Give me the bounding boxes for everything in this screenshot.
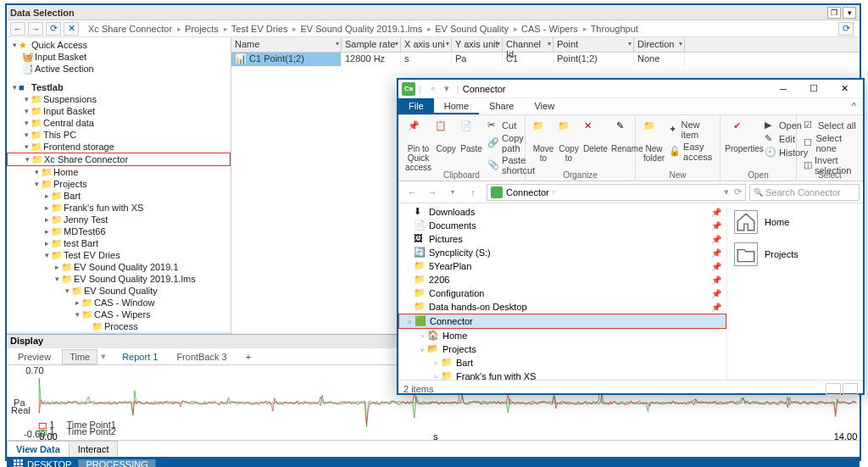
tree-node[interactable]: ▸📁EV Sound Quality 2019.1 <box>7 261 231 273</box>
select-none-button[interactable]: ☐Select none <box>802 132 858 154</box>
address-field[interactable]: Connector › ▾ ⟳ <box>487 184 746 201</box>
close-button[interactable]: ✕ <box>829 81 860 97</box>
display-tab[interactable]: Time <box>62 349 97 364</box>
tree-node[interactable]: ▾📁Input Basket <box>7 105 231 117</box>
explorer-tree-item[interactable]: 📁2206📌 <box>398 273 726 286</box>
delete-button[interactable]: ✕Delete <box>581 119 609 164</box>
new-item-button[interactable]: ✦New item <box>667 119 715 141</box>
icons-view-button[interactable] <box>843 383 858 395</box>
move-to-button[interactable]: 📁Move to <box>531 119 556 164</box>
forward-button[interactable]: → <box>422 184 442 201</box>
qat-button[interactable]: ▫ <box>426 83 440 94</box>
column-header[interactable]: Sample rate▾ <box>342 37 401 52</box>
up-button[interactable]: ↑ <box>463 184 483 201</box>
explorer-tree-item[interactable]: >🏠Home <box>398 329 726 342</box>
quick-access-node[interactable]: ▾★Quick Access <box>7 39 231 51</box>
tree-node[interactable]: ▾📁Central data <box>7 117 231 129</box>
column-header[interactable]: Y axis unit▾ <box>452 37 503 52</box>
explorer-tree-item[interactable]: >📁Frank's fun with XS <box>398 370 726 380</box>
tree-node[interactable]: 🧺Input Basket <box>7 51 231 63</box>
testlab-root[interactable]: ▾■Testlab <box>7 81 231 93</box>
tree-node[interactable]: ▸📁Jenny Test <box>7 214 231 225</box>
breadcrumb-item[interactable]: EV Sound Quality <box>435 24 509 34</box>
tree-node[interactable]: ▾📁Frontend storage <box>7 141 231 153</box>
tree-node[interactable]: ▾📁Test EV Dries <box>7 249 231 261</box>
tree-node[interactable]: ▸📁Bart <box>7 190 231 202</box>
explorer-tree-item[interactable]: 🖼Pictures📌 <box>398 232 726 246</box>
easy-access-button[interactable]: 🔓Easy access <box>667 141 715 163</box>
tree-node[interactable]: 📑Active Section <box>7 63 231 75</box>
breadcrumb-item[interactable]: CAS - Wipers <box>521 24 578 34</box>
restore-button[interactable]: ❐ <box>827 7 841 19</box>
explorer-tree-item[interactable]: 📁Data hands-on Desktop📌 <box>398 300 726 314</box>
tree-node[interactable]: ▸📁CAS - Window <box>7 297 231 309</box>
tree-node[interactable]: ▸📁test Bart <box>7 237 231 249</box>
explorer-tree-item[interactable]: 🔄Syncplicity (S:)📌 <box>398 246 726 259</box>
tree-node[interactable]: 📁Throughput <box>7 332 231 334</box>
display-tab[interactable]: Report 1 <box>114 349 165 364</box>
home-item[interactable]: Home <box>734 210 856 234</box>
display-tab[interactable]: FrontBack 3 <box>169 349 234 364</box>
home-tab[interactable]: Home <box>434 98 479 114</box>
refresh-button[interactable]: ⟳ <box>46 22 61 36</box>
interact-tab[interactable]: Interact <box>69 441 119 457</box>
column-header[interactable]: Direction▾ <box>634 37 685 52</box>
properties-button[interactable]: ✔Properties <box>726 119 763 159</box>
tree-node[interactable]: ▸📁MDTest66 <box>7 225 231 237</box>
tree-node[interactable]: ▾📁EV Sound Quality <box>7 285 231 297</box>
qat-button[interactable]: ▾ <box>440 83 453 94</box>
breadcrumb-item[interactable]: Projects <box>185 24 219 34</box>
display-tab[interactable]: Preview <box>10 349 58 364</box>
collapse-button[interactable]: ▾ <box>843 7 856 19</box>
file-tab[interactable]: File <box>398 98 434 114</box>
pin-quick-access-button[interactable]: 📌Pin to Quick access <box>403 119 433 176</box>
tree-node[interactable]: ▾📁CAS - Wipers <box>7 309 231 320</box>
projects-item[interactable]: Projects <box>734 242 856 266</box>
refresh-icon[interactable]: ⟳ <box>734 186 742 197</box>
tree-node[interactable]: ▾📁This PC <box>7 129 231 141</box>
stop-button[interactable]: ✕ <box>64 22 79 36</box>
back-button[interactable]: ← <box>10 22 25 36</box>
refresh-right-button[interactable]: ⟳ <box>838 22 854 36</box>
tree-node[interactable]: ▾📁Projects <box>7 178 231 190</box>
history-dropdown-icon[interactable]: ▾ <box>442 184 463 201</box>
search-input[interactable]: Search Connector <box>749 184 860 201</box>
tree-node[interactable]: ▾📁Suspensions <box>7 93 231 105</box>
explorer-tree-item[interactable]: v🟩Connector <box>398 314 726 329</box>
copy-to-button[interactable]: 📁Copy to <box>556 119 581 164</box>
explorer-tree-item[interactable]: ⬇Downloads📌 <box>398 205 726 219</box>
back-button[interactable]: ← <box>402 184 422 201</box>
copy-button[interactable]: 📋Copy <box>433 119 459 176</box>
table-row[interactable]: 📊 C1 Point(1;2)12800 HzsPaC1Point(1;2)No… <box>231 53 860 66</box>
paste-button[interactable]: 📄Paste <box>459 119 484 176</box>
tree-node[interactable]: ▾📁Home <box>7 166 231 178</box>
breadcrumb-item[interactable]: Xc Share Connector <box>88 24 172 34</box>
explorer-tree-item[interactable]: 📄Documents📌 <box>398 219 726 232</box>
new-folder-button[interactable]: 📁New folder <box>641 119 667 164</box>
breadcrumb-item[interactable]: Throughput <box>591 24 638 34</box>
column-header[interactable]: Name▾ <box>231 37 342 52</box>
add-tab-button[interactable]: + <box>238 349 259 364</box>
forward-button[interactable]: → <box>28 22 43 36</box>
breadcrumb-item[interactable]: Test EV Dries <box>231 24 288 34</box>
tree-node[interactable]: ▾📁Xc Share Connector <box>7 153 231 166</box>
view-tab[interactable]: View <box>524 98 565 114</box>
breadcrumb-item[interactable]: EV Sound Quality 2019.1.lms <box>300 24 422 34</box>
tree-node[interactable]: ▾📁EV Sound Quality 2019.1.lms <box>7 273 231 285</box>
explorer-tree-item[interactable]: v📂Projects <box>398 342 726 356</box>
explorer-tree-item[interactable]: 📁Configuration📌 <box>398 286 726 300</box>
maximize-button[interactable]: ☐ <box>798 81 829 97</box>
processing-mode[interactable]: PROCESSING <box>79 459 155 467</box>
column-header[interactable]: X axis uni▾ <box>401 37 452 52</box>
explorer-tree-item[interactable]: >📁Bart <box>398 356 726 370</box>
ribbon-collapse-icon[interactable]: ^ <box>845 98 863 114</box>
desktop-mode[interactable]: DESKTOP <box>7 459 79 467</box>
minimize-button[interactable]: ─ <box>768 81 798 97</box>
view-data-tab[interactable]: View Data <box>7 441 70 457</box>
tree-node[interactable]: ▸📁Frank's fun with XS <box>7 202 231 214</box>
tree-node[interactable]: 📁Process <box>7 320 231 332</box>
column-header[interactable]: Channel Id▾ <box>503 37 554 52</box>
select-all-button[interactable]: ☑Select all <box>802 119 858 132</box>
details-view-button[interactable] <box>826 383 841 395</box>
share-tab[interactable]: Share <box>479 98 524 114</box>
